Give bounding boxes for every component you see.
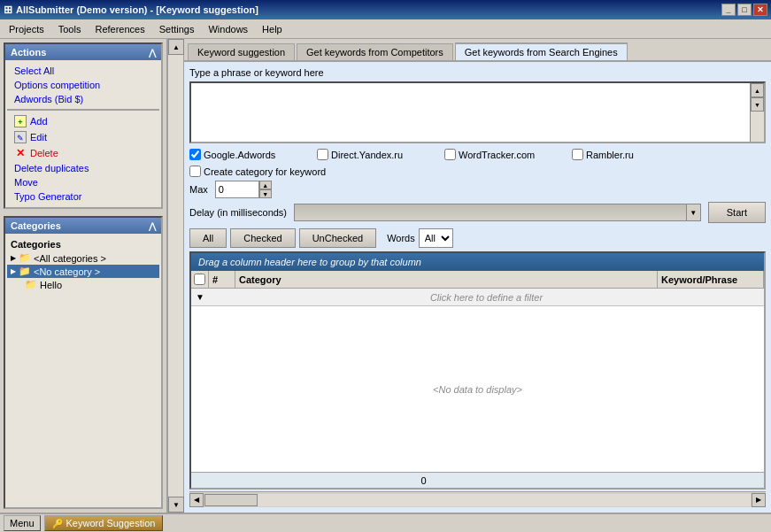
spinbox-down-button[interactable]: ▼ [259,189,272,198]
categories-section: Categories ⋀ Categories ▶ 📁 <All categor… [4,216,163,509]
tabs-area: Keyword suggestion Get keywords from Com… [184,39,771,62]
checkbox-rambler: Rambler.ru [572,149,696,160]
spinbox-up-button[interactable]: ▲ [259,181,272,189]
h-scroll-track[interactable] [204,494,751,506]
action-adwords[interactable]: Adwords (Bid $) [7,92,159,106]
keyword-input-area: ▲ ▼ [189,81,766,143]
grid-footer: 0 [191,472,764,488]
action-delete-duplicates[interactable]: Delete duplicates [7,161,159,175]
drag-header: Drag a column header here to group by th… [191,253,764,271]
col-num[interactable]: # [209,271,235,288]
action-select-all[interactable]: Select All [7,64,159,78]
tree-label-hello: Hello [40,280,62,290]
direct-yandex-checkbox[interactable] [317,149,328,160]
close-button[interactable]: ✕ [753,4,767,16]
filter-row-checkbox: ▼ [191,292,209,302]
window-title: AllSubmitter (Demo version) - [Keyword s… [16,4,258,15]
tab-search-engines[interactable]: Get keywords from Search Engines [455,42,628,60]
select-all-checkbox[interactable] [194,274,205,285]
delay-row: Delay (in milliseconds) ▼ Start [189,202,766,223]
delete-icon: ✕ [14,147,27,159]
actions-section: Actions ⋀ Select All Options competition… [4,42,163,209]
categories-tree-label: Categories [7,237,159,251]
action-add[interactable]: + Add [7,113,159,129]
categories-collapse-icon[interactable]: ⋀ [149,221,156,231]
tree-item-no-category[interactable]: ▶ 📁 <No category > [7,265,159,278]
checkboxes-area: Google.Adwords Direct.Yandex.ru WordTrac… [189,149,766,162]
direct-yandex-label: Direct.Yandex.ru [331,150,403,160]
actions-header: Actions ⋀ [5,44,161,60]
menu-button[interactable]: Menu [4,515,41,531]
words-select[interactable]: All 2 3 4 5+ [419,228,453,248]
grid-body: <No data to display> [191,306,764,472]
menu-windows[interactable]: Windows [201,22,255,36]
grid-filter-row: ▼ Click here to define a filter [191,289,764,306]
scroll-down-button[interactable]: ▼ [168,497,184,513]
horizontal-scrollbar: ◀ ▶ [189,491,766,507]
tab-keyword-suggestion[interactable]: Keyword suggestion [188,43,295,60]
col-category[interactable]: Category [235,271,658,288]
rambler-checkbox[interactable] [572,149,583,160]
folder-icon-3: 📁 [25,279,37,290]
expand-icon: ▶ [11,254,16,262]
actions-collapse-icon[interactable]: ⋀ [149,48,156,58]
filter-text[interactable]: Click here to define a filter [209,292,764,303]
action-move[interactable]: Move [7,175,159,189]
checkbox-wordtracker: WordTracker.com [444,149,568,160]
col-keyword[interactable]: Keyword/Phrase [658,271,764,288]
filter-unchecked-button[interactable]: UnChecked [299,228,376,248]
action-edit[interactable]: ✎ Edit [7,129,159,145]
menu-projects[interactable]: Projects [2,22,51,36]
add-label: Add [30,116,48,127]
checkbox-google-adwords: Google.Adwords [189,149,313,160]
spinbox-buttons: ▲ ▼ [259,181,272,198]
start-button[interactable]: Start [708,202,766,223]
keyword-suggestion-tab[interactable]: 🔑 Keyword Suggestion [44,515,164,531]
content-panel: Type a phrase or keyword here ▲ ▼ Google… [184,62,771,513]
filter-checked-button[interactable]: Checked [230,228,295,248]
h-scroll-left-button[interactable]: ◀ [189,493,204,507]
max-input[interactable]: 0 [215,181,259,198]
scrollbar-up[interactable]: ▲ [751,83,764,97]
action-delete[interactable]: ✕ Delete [7,145,159,161]
options-competition-label: Options competition [14,80,100,90]
textarea-scrollbar[interactable]: ▲ ▼ [750,83,764,142]
scrollbar-down[interactable]: ▼ [751,97,764,112]
no-data-text: <No data to display> [433,384,522,395]
categories-content: Categories ▶ 📁 <All categories > ▶ 📁 <No… [5,234,161,295]
scroll-up-button[interactable]: ▲ [168,39,184,55]
delete-label: Delete [30,148,58,158]
app-icon: ⊞ [4,4,12,16]
edit-icon: ✎ [14,131,27,143]
tree-item-hello[interactable]: 📁 Hello [7,278,159,291]
keyword-textarea[interactable] [193,85,748,140]
tab-competitors[interactable]: Get keywords from Competitors [297,43,453,60]
typo-generator-label: Typo Generator [14,191,81,202]
title-bar-left: ⊞ AllSubmitter (Demo version) - [Keyword… [4,4,258,16]
tree-label-all: <All categories > [34,253,106,264]
h-scroll-right-button[interactable]: ▶ [752,493,766,507]
create-category-checkbox[interactable] [189,166,201,177]
folder-icon-1: 📁 [19,252,31,264]
google-adwords-checkbox[interactable] [189,149,201,160]
main-layout: Actions ⋀ Select All Options competition… [0,39,771,513]
tree-item-all-categories[interactable]: ▶ 📁 <All categories > [7,251,159,265]
minimize-button[interactable]: _ [721,4,736,16]
create-category-label: Create category for keyword [204,166,326,177]
delay-dropdown-btn[interactable]: ▼ [686,204,700,220]
adwords-label: Adwords (Bid $) [14,94,83,104]
wordtracker-checkbox[interactable] [444,149,456,160]
title-bar-controls[interactable]: _ □ ✕ [721,4,767,16]
action-options-competition[interactable]: Options competition [7,78,159,92]
maximize-button[interactable]: □ [737,4,752,16]
menu-help[interactable]: Help [255,22,289,36]
actions-header-label: Actions [11,47,46,58]
right-panel: Keyword suggestion Get keywords from Com… [184,39,771,513]
h-scroll-thumb[interactable] [204,494,258,506]
menu-settings[interactable]: Settings [152,22,202,36]
menu-references[interactable]: References [88,22,151,36]
menu-tools[interactable]: Tools [51,22,89,36]
title-bar: ⊞ AllSubmitter (Demo version) - [Keyword… [0,0,771,19]
filter-all-button[interactable]: All [189,228,227,248]
action-typo-generator[interactable]: Typo Generator [7,189,159,204]
